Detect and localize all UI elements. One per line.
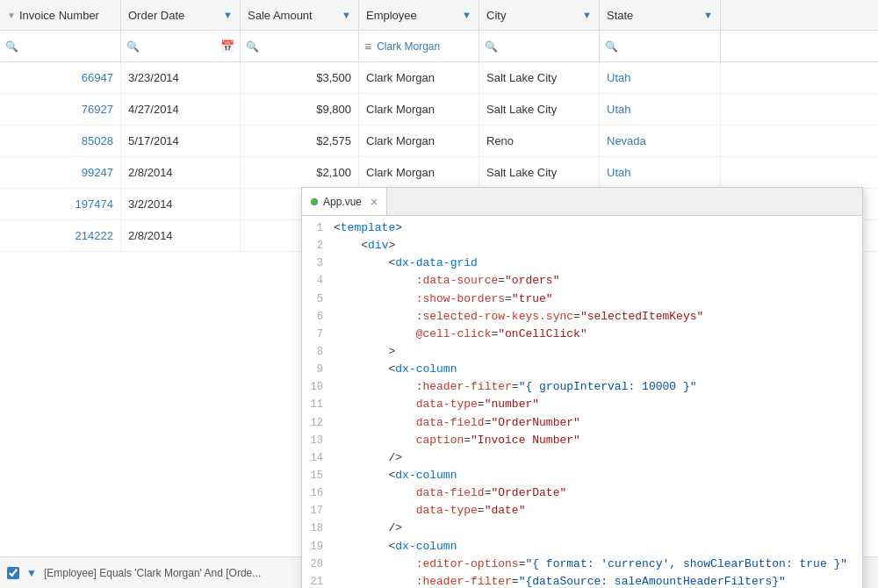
col-header-order-date[interactable]: Order Date ▼ [121, 0, 241, 30]
cell-order-date: 5/17/2014 [121, 125, 241, 156]
line-number: 11 [302, 397, 334, 413]
filter-city[interactable]: 🔍 [479, 31, 600, 61]
line-content: caption="Invoice Number" [334, 432, 862, 449]
line-content: data-field="OrderDate" [334, 484, 862, 502]
code-line: 16 data-field="OrderDate" [302, 484, 862, 502]
employee-filter-badge: ≡ Clark Morgan [364, 39, 440, 54]
line-content: <dx-column [334, 467, 862, 484]
line-content: <dx-data-grid [334, 255, 862, 272]
line-content: :selected-row-keys.sync="selectedItemKey… [334, 308, 862, 326]
filter-invoice[interactable]: 🔍 [0, 31, 121, 61]
filter-employee[interactable]: ≡ Clark Morgan [359, 31, 479, 61]
col-header-state[interactable]: State ▼ [600, 0, 721, 30]
filter-city-input[interactable] [501, 40, 594, 53]
calendar-icon[interactable]: 📅 [220, 39, 234, 53]
cell-order-date: 3/23/2014 [121, 62, 241, 93]
code-line: 15 <dx-column [302, 467, 862, 484]
code-line: 3 <dx-data-grid [302, 255, 862, 272]
col-header-invoice[interactable]: ▼ Invoice Number [0, 0, 121, 30]
search-icon: 🔍 [485, 40, 498, 53]
search-icon: 🔍 [5, 40, 18, 53]
filter-icon[interactable]: ▼ [223, 10, 233, 20]
line-content: <dx-column [334, 538, 862, 556]
line-number: 2 [302, 238, 334, 255]
footer-filter-icon: ▼ [26, 567, 37, 579]
line-number: 20 [302, 556, 334, 573]
col-header-employee[interactable]: Employee ▼ [359, 0, 479, 30]
footer-filter-text: [Employee] Equals 'Clark Morgan' And [Or… [44, 567, 261, 579]
cell-invoice: 76927 [0, 94, 121, 125]
filter-sale-amount[interactable]: 🔍 [241, 31, 359, 61]
cell-state: Utah [600, 157, 721, 188]
search-icon: 🔍 [246, 40, 259, 53]
line-number: 13 [302, 433, 334, 449]
code-line: 6 :selected-row-keys.sync="selectedItemK… [302, 308, 862, 326]
line-number: 7 [302, 326, 334, 343]
filter-icon[interactable]: ▼ [703, 10, 713, 20]
filter-order-date[interactable]: 🔍 📅 [121, 31, 241, 61]
line-number: 3 [302, 255, 334, 272]
code-line: 17 data-type="date" [302, 502, 862, 520]
filter-amount-input[interactable] [263, 40, 353, 53]
line-number: 4 [302, 273, 334, 290]
col-sale-amount-label: Sale Amount [248, 9, 313, 22]
line-content: /> [334, 449, 862, 467]
cell-employee: Clark Morgan [359, 157, 479, 188]
filter-invoice-input[interactable] [22, 40, 115, 53]
code-line: 10 :header-filter="{ groupInterval: 1000… [302, 378, 862, 396]
cell-city: Salt Lake City [479, 62, 600, 93]
line-number: 18 [302, 520, 334, 537]
filter-icon[interactable]: ▼ [582, 10, 592, 20]
col-header-city[interactable]: City ▼ [479, 0, 600, 30]
filter-equals-icon: ≡ [364, 39, 371, 54]
code-line: 21 :header-filter="{dataSource: saleAmou… [302, 573, 862, 588]
code-line: 20 :editor-options="{ format: 'currency'… [302, 556, 862, 573]
cell-employee: Clark Morgan [359, 94, 479, 125]
cell-order-date: 2/8/2014 [121, 220, 241, 251]
tab-close-button[interactable]: × [371, 195, 378, 209]
code-line: 13 caption="Invoice Number" [302, 432, 862, 449]
line-number: 1 [302, 220, 334, 237]
tab-label: App.vue [323, 196, 362, 208]
code-tab-app-vue[interactable]: App.vue × [302, 188, 387, 215]
line-number: 12 [302, 415, 334, 432]
footer-checkbox[interactable] [7, 567, 19, 579]
line-number: 17 [302, 503, 334, 520]
grid-header: ▼ Invoice Number Order Date ▼ Sale Amoun… [0, 0, 878, 31]
cell-order-date: 2/8/2014 [121, 157, 241, 188]
tab-dot [311, 198, 318, 205]
filter-state-input[interactable] [622, 40, 715, 53]
line-content: data-field="OrderNumber" [334, 414, 862, 432]
col-employee-label: Employee [366, 9, 417, 22]
filter-icon[interactable]: ▼ [462, 10, 471, 20]
filter-date-input[interactable] [143, 40, 220, 53]
cell-sale-amount: $2,575 [241, 125, 359, 156]
line-content: :editor-options="{ format: 'currency', s… [334, 556, 862, 573]
line-number: 5 [302, 291, 334, 308]
col-city-label: City [486, 9, 506, 22]
cell-invoice: 99247 [0, 157, 121, 188]
cell-sale-amount: $9,800 [241, 94, 359, 125]
cell-state: Utah [600, 62, 721, 93]
sort-icon: ▼ [7, 11, 16, 20]
code-line: 5 :show-borders="true" [302, 290, 862, 308]
line-content: @cell-click="onCellClick" [334, 326, 862, 343]
line-content: data-type="number" [334, 396, 862, 413]
code-line: 19 <dx-column [302, 538, 862, 556]
code-line: 8 > [302, 343, 862, 361]
cell-sale-amount: $2,100 [241, 157, 359, 188]
filter-state[interactable]: 🔍 [600, 31, 721, 61]
line-number: 19 [302, 539, 334, 556]
col-state-label: State [607, 9, 633, 22]
line-number: 21 [302, 574, 334, 588]
code-line: 1<template> [302, 219, 862, 237]
col-header-sale-amount[interactable]: Sale Amount ▼ [241, 0, 359, 30]
cell-invoice: 85028 [0, 125, 121, 156]
code-line: 4 :data-source="orders" [302, 272, 862, 290]
code-line: 18 /> [302, 520, 862, 537]
cell-employee: Clark Morgan [359, 125, 479, 156]
line-content: <dx-column [334, 361, 862, 378]
table-row: 99247 2/8/2014 $2,100 Clark Morgan Salt … [0, 157, 878, 189]
col-order-date-label: Order Date [128, 9, 184, 22]
filter-icon[interactable]: ▼ [342, 10, 351, 20]
